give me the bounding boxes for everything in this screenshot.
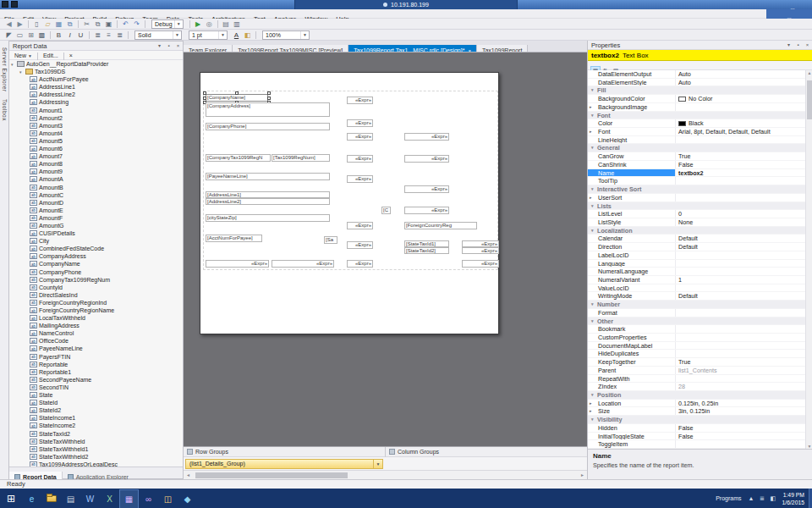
property-row-liststyle[interactable]: ListStyleNone bbox=[588, 218, 805, 227]
property-row-backgroundimage[interactable]: ▸BackgroundImage bbox=[588, 103, 805, 112]
property-value[interactable]: 0.125in, 0.25in bbox=[676, 400, 805, 407]
close-icon[interactable]: × bbox=[803, 41, 812, 50]
selection-handle[interactable] bbox=[203, 97, 206, 100]
property-name[interactable]: Bookmark bbox=[588, 325, 676, 333]
property-name[interactable]: DocumentMapLabel bbox=[588, 342, 676, 350]
tree-field-amountg[interactable]: AmountG bbox=[9, 222, 183, 229]
property-value[interactable]: Default bbox=[676, 292, 805, 300]
underline-icon[interactable]: U bbox=[75, 30, 86, 41]
property-value[interactable] bbox=[676, 440, 805, 448]
expand-icon[interactable]: ▸ bbox=[590, 128, 592, 135]
debug-configuration-combo[interactable]: Debug▼ bbox=[151, 19, 184, 29]
uncomment-icon[interactable]: ▥ bbox=[232, 19, 243, 30]
tree-field-countyid[interactable]: CountyId bbox=[9, 284, 183, 291]
report-textbox[interactable]: [PayeeNameLine] bbox=[206, 173, 330, 180]
report-textbox[interactable]: «Expr» bbox=[272, 260, 334, 268]
report-textbox[interactable]: «Expr» bbox=[462, 240, 499, 247]
tree-field-combinedfedstatecode[interactable]: CombinedFedStateCode bbox=[9, 245, 183, 252]
report-page[interactable]: [CompanyName][CompanyAddress][CompanyPho… bbox=[200, 72, 499, 334]
report-textbox[interactable]: [cityStateZip] bbox=[206, 214, 330, 222]
property-category-other[interactable]: ▾Other bbox=[588, 318, 805, 326]
doc-tab[interactable]: Tax1099Report bbox=[477, 45, 528, 52]
property-value[interactable]: None bbox=[676, 218, 805, 226]
property-name[interactable]: NumeralLanguage bbox=[588, 268, 676, 275]
property-name[interactable]: DataElementOutput bbox=[588, 70, 676, 78]
tree-field-foreigncountryregionind[interactable]: ForeignCountryRegionInd bbox=[9, 299, 183, 306]
align-left-icon[interactable]: ≣ bbox=[92, 30, 103, 41]
chevron-down-icon[interactable]: ▼ bbox=[373, 460, 382, 468]
property-row-listlevel[interactable]: ListLevel0 bbox=[588, 210, 805, 218]
property-value[interactable]: 28 bbox=[676, 383, 805, 390]
tree-field-mailingaddress[interactable]: MailingAddress bbox=[9, 322, 183, 329]
property-row-lineheight[interactable]: LineHeight bbox=[588, 136, 805, 145]
delete-icon[interactable]: × bbox=[67, 51, 75, 60]
tree-field-payeenameline[interactable]: PayeeNameLine bbox=[9, 345, 183, 352]
tree-field-acctnumforpayee[interactable]: AcctNumForPayee bbox=[9, 75, 183, 83]
property-value[interactable]: Auto bbox=[676, 70, 805, 78]
horizontal-scrollbar[interactable]: ◂ ▸ bbox=[184, 470, 587, 479]
property-row-hidden[interactable]: HiddenFalse bbox=[588, 424, 805, 433]
property-row-writingmode[interactable]: WritingModeDefault bbox=[588, 292, 805, 301]
property-name[interactable]: WritingMode bbox=[588, 292, 676, 300]
report-textbox[interactable]: [Tax1099RegNum] bbox=[272, 154, 330, 162]
property-row-numeralvariant[interactable]: NumeralVariant1 bbox=[588, 276, 805, 284]
start-button[interactable]: ⊞ bbox=[0, 489, 22, 508]
side-tab-toolbox[interactable]: Toolbox bbox=[2, 99, 8, 121]
property-row-zindex[interactable]: ZIndex28 bbox=[588, 383, 805, 391]
tree-field-companyaddress[interactable]: CompanyAddress bbox=[9, 252, 183, 260]
expand-icon[interactable]: ▸ bbox=[590, 103, 592, 111]
tree-field-statetaxid2[interactable]: StateTaxId2 bbox=[9, 430, 183, 438]
chevron-down-icon[interactable]: ▾ bbox=[155, 41, 164, 51]
programs-toolbar[interactable]: Programs bbox=[711, 489, 745, 508]
start-debug-icon[interactable]: ▶ bbox=[193, 19, 204, 30]
align-right-icon[interactable]: ≣ bbox=[114, 30, 125, 41]
report-textbox[interactable]: «Expr» bbox=[347, 175, 373, 183]
expand-icon[interactable]: ▸ bbox=[590, 400, 592, 407]
property-row-dataelementoutput[interactable]: DataElementOutputAuto bbox=[588, 70, 805, 79]
property-value[interactable]: 1 bbox=[676, 276, 805, 284]
tree-field-addressing[interactable]: Addressing bbox=[9, 98, 183, 106]
tree-field-officecode[interactable]: OfficeCode bbox=[9, 337, 183, 345]
save-all-icon[interactable]: ⧉ bbox=[64, 19, 75, 30]
selection-handle[interactable] bbox=[267, 91, 271, 95]
vertical-scrollbar[interactable]: ▲ ▼ bbox=[805, 70, 812, 449]
undo-icon[interactable]: ↶ bbox=[120, 19, 131, 30]
property-value[interactable] bbox=[676, 375, 805, 383]
fill-color-icon[interactable]: ◧ bbox=[242, 30, 253, 41]
tree-field-amount5[interactable]: Amount5 bbox=[9, 137, 183, 145]
property-value[interactable]: No Color bbox=[676, 95, 805, 102]
property-row-parent[interactable]: Parentlist1_Contents bbox=[588, 367, 805, 375]
property-row-tooltip[interactable]: ToolTip bbox=[588, 177, 805, 185]
align-center-icon[interactable]: ≡ bbox=[103, 30, 114, 41]
property-name[interactable]: ToolTip bbox=[588, 177, 676, 185]
report-textbox[interactable]: [CompanyAddress] bbox=[206, 102, 330, 117]
tree-field-foreigncountryregionname[interactable]: ForeignCountryRegionName bbox=[9, 306, 183, 314]
property-value[interactable]: False bbox=[676, 424, 805, 432]
property-name[interactable]: Hidden bbox=[588, 424, 676, 432]
redo-icon[interactable]: ↷ bbox=[131, 19, 142, 30]
notepad-icon[interactable]: ▤ bbox=[61, 489, 80, 508]
property-name[interactable]: ▸Location bbox=[588, 400, 676, 407]
properties-header[interactable]: Properties ▾ ▪ × bbox=[588, 41, 812, 50]
doc-tab[interactable]: Tax1099Report.Tax1099MISC [Preview] bbox=[233, 45, 348, 52]
property-name[interactable]: ToggleItem bbox=[588, 440, 676, 448]
find-icon[interactable]: ◎ bbox=[204, 19, 215, 30]
doc-tab[interactable]: Team Explorer bbox=[184, 45, 233, 52]
font-color-icon[interactable]: A bbox=[231, 30, 242, 41]
property-value[interactable] bbox=[676, 325, 805, 333]
back-icon[interactable]: ◀ bbox=[3, 19, 14, 30]
open-file-icon[interactable]: ▱ bbox=[42, 19, 53, 30]
report-textbox[interactable]: «Expr» bbox=[462, 260, 499, 268]
property-value[interactable]: Default bbox=[676, 243, 805, 251]
property-value[interactable] bbox=[676, 136, 805, 144]
app-icon[interactable]: ◆ bbox=[178, 489, 197, 508]
tree-root[interactable]: ▾AutoGen__ReportDataProvider bbox=[9, 60, 183, 68]
tree-field-addressline1[interactable]: AddressLine1 bbox=[9, 83, 183, 91]
property-category-general[interactable]: ▾General bbox=[588, 144, 805, 152]
property-row-documentmaplabel[interactable]: DocumentMapLabel bbox=[588, 342, 805, 351]
report-textbox[interactable]: «Expr» bbox=[404, 133, 449, 141]
forward-icon[interactable]: ▶ bbox=[14, 19, 25, 30]
tree-field-tax1099addressorlegaldesc[interactable]: Tax1099AddressOrLegalDesc bbox=[9, 461, 183, 467]
new-file-icon[interactable]: ▯ bbox=[31, 19, 42, 30]
property-value[interactable]: textbox2 bbox=[676, 169, 805, 177]
